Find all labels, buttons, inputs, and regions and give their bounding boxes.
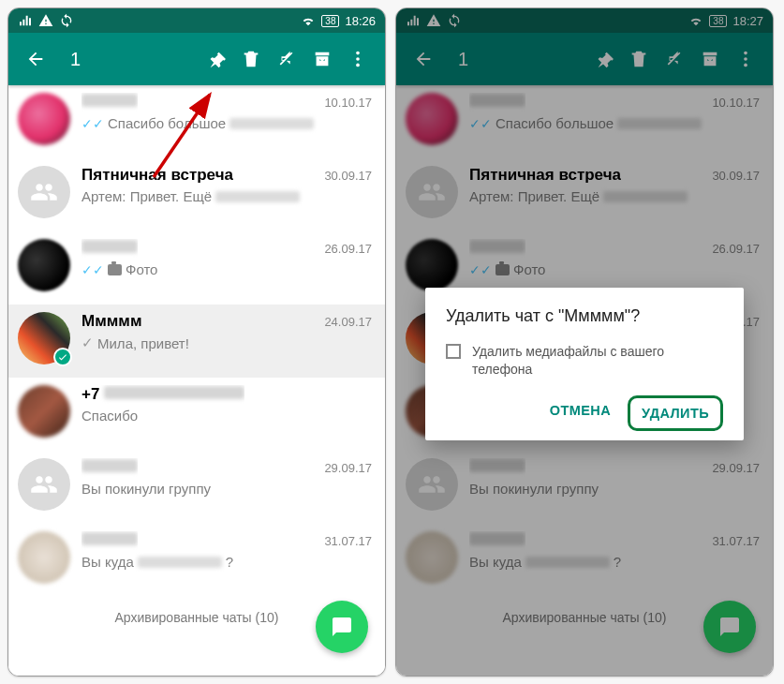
group-avatar[interactable]: [18, 458, 70, 511]
cancel-button[interactable]: ОТМЕНА: [539, 395, 622, 431]
wifi-icon: [301, 13, 316, 28]
sync-icon: [59, 13, 74, 28]
chat-name: [81, 93, 138, 112]
back-button[interactable]: [18, 49, 53, 69]
avatar[interactable]: [18, 531, 70, 584]
selection-count: 1: [70, 49, 81, 70]
avatar[interactable]: [18, 312, 70, 364]
chat-date: 24.09.17: [324, 315, 372, 329]
chat-date: 26.09.17: [324, 242, 372, 256]
delete-chat-dialog: Удалить чат с "Ммммм"? Удалить медиафайл…: [425, 288, 744, 440]
chat-date: 30.09.17: [324, 169, 372, 183]
camera-icon: [108, 264, 122, 275]
chat-date: 10.10.17: [324, 96, 372, 110]
delete-media-label: Удалить медиафайлы с вашего телефона: [472, 343, 723, 379]
chat-name: [81, 531, 138, 550]
chat-row[interactable]: 26.09.17✓✓Фото: [8, 231, 385, 305]
chat-list[interactable]: 10.10.17✓✓Спасибо большоеПятничная встре…: [8, 85, 385, 676]
chat-snippet: Вы покинули группу: [81, 481, 372, 497]
phone-left: 38 18:26 1 10.10.17✓✓Спасибо большоеПятн…: [7, 7, 386, 677]
pin-button[interactable]: [198, 49, 233, 69]
status-bar: 38 18:26: [8, 8, 385, 33]
warning-icon: [38, 13, 53, 28]
chat-name: [81, 458, 138, 477]
chat-date: 29.09.17: [324, 461, 372, 475]
chat-row[interactable]: Пятничная встреча30.09.17Артем: Привет. …: [8, 158, 385, 231]
chat-snippet: Спасибо: [81, 408, 372, 424]
more-button[interactable]: [340, 49, 376, 69]
svg-point-2: [356, 64, 360, 67]
chat-row[interactable]: 31.07.17Вы куда?: [8, 524, 385, 597]
selected-check-icon: [53, 348, 72, 366]
new-chat-fab[interactable]: [316, 601, 368, 653]
mute-button[interactable]: [269, 49, 304, 69]
chat-name: +7: [81, 385, 244, 404]
dialog-title: Удалить чат с "Ммммм"?: [446, 306, 723, 326]
delete-media-checkbox[interactable]: [446, 344, 461, 359]
chat-row[interactable]: Ммммм24.09.17✓Мила, привет!: [8, 305, 385, 378]
phone-right: 38 18:27 1 10.10.17✓✓Спасибо большоеПятн…: [395, 7, 774, 677]
avatar[interactable]: [18, 385, 70, 438]
group-avatar[interactable]: [18, 166, 70, 218]
signal-icon: [18, 13, 33, 28]
battery-level: 38: [321, 15, 339, 27]
chat-snippet: Артем: Привет. Ещё: [81, 188, 372, 204]
avatar[interactable]: [18, 239, 70, 291]
chat-name: Ммммм: [81, 312, 141, 331]
chat-row[interactable]: 10.10.17✓✓Спасибо большое: [8, 85, 385, 158]
chat-row[interactable]: 29.09.17Вы покинули группу: [8, 451, 385, 524]
chat-name: [81, 239, 138, 258]
avatar[interactable]: [18, 93, 70, 145]
chat-snippet: ✓✓Спасибо большое: [81, 115, 372, 131]
chat-date: 31.07.17: [324, 534, 372, 548]
app-bar: 1: [8, 33, 385, 85]
confirm-delete-button[interactable]: УДАЛИТЬ: [628, 395, 723, 431]
svg-point-0: [356, 52, 360, 55]
chat-row[interactable]: +7 Спасибо: [8, 378, 385, 451]
archive-button[interactable]: [304, 49, 340, 69]
chat-snippet: ✓Мила, привет!: [81, 335, 372, 351]
chat-snippet: Вы куда?: [81, 554, 372, 570]
svg-point-1: [356, 57, 360, 61]
chat-snippet: ✓✓Фото: [81, 261, 372, 277]
chat-name: Пятничная встреча: [81, 166, 233, 185]
clock: 18:26: [345, 14, 376, 28]
delete-button[interactable]: [233, 49, 269, 69]
